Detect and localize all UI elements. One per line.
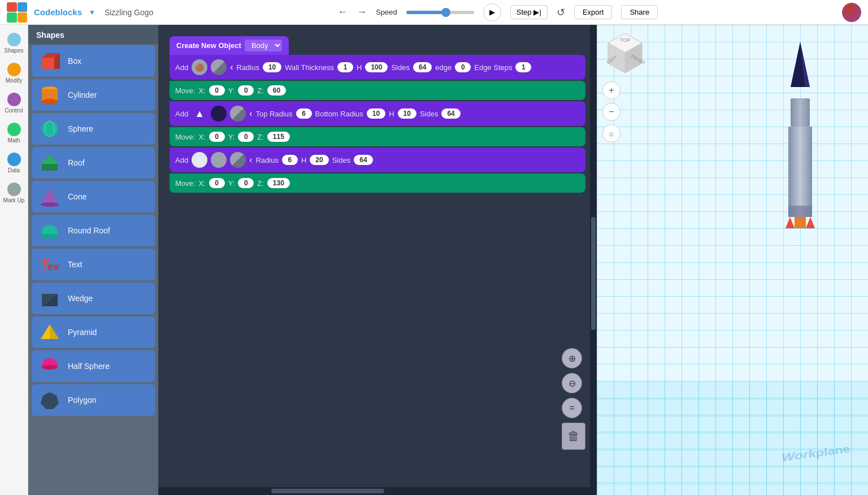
z-val-1[interactable]: 60 — [267, 85, 286, 95]
sides-val-2[interactable]: 64 — [441, 108, 460, 119]
shape-item-half-sphere[interactable]: Half Sphere — [32, 350, 155, 382]
shape-item-polygon[interactable]: Polygon — [32, 384, 155, 416]
right-scrollbar[interactable] — [590, 25, 597, 495]
reset-button[interactable]: ↺ — [557, 6, 565, 19]
app-name[interactable]: Codeblocks — [34, 7, 82, 17]
view-cube[interactable]: TOP LEFT FRONT — [602, 31, 648, 76]
create-label: Create New Object — [176, 41, 241, 50]
wall-thickness-label: Wall Thickness — [285, 63, 334, 72]
zoom-in-viewport-button[interactable]: + — [602, 81, 620, 99]
sidebar-item-control[interactable]: Control — [1, 89, 27, 117]
nav-back-button[interactable]: ← — [337, 6, 348, 18]
shape-item-box[interactable]: Box — [32, 45, 155, 77]
shape-item-sphere[interactable]: Sphere — [32, 113, 155, 145]
step-button[interactable]: Step ▶| — [510, 5, 548, 19]
shape-item-round-roof[interactable]: Round Roof — [32, 215, 155, 246]
sidebar-item-modify[interactable]: Modify — [1, 59, 27, 87]
viewport-3d[interactable]: TOP LEFT FRONT + − ⌂ — [597, 25, 868, 495]
bottom-radius-label: Bottom Radius — [315, 110, 363, 118]
x-val-3[interactable]: 0 — [209, 178, 225, 188]
shapes-panel: Shapes Box Cylinder Sphere Ro — [28, 25, 158, 495]
fit-code-button[interactable]: = — [562, 398, 582, 418]
share-button[interactable]: Share — [621, 5, 658, 19]
edge-steps-val[interactable]: 1 — [515, 62, 531, 72]
code-panel-controls: ⊕ ⊖ = 🗑 — [562, 348, 585, 450]
add-label-2: Add — [175, 110, 188, 118]
math-label: Math — [7, 137, 20, 144]
shape-item-pyramid[interactable]: Pyramid — [32, 316, 155, 348]
scrollbar-thumb — [591, 217, 596, 330]
bottom-scrollbar[interactable] — [158, 487, 590, 495]
zoom-out-viewport-button[interactable]: − — [602, 103, 620, 121]
collapse-button-3[interactable]: ‹ — [249, 155, 252, 165]
add-label-3: Add — [175, 156, 188, 164]
edge-val[interactable]: 0 — [455, 62, 471, 72]
sidebar-item-markup[interactable]: Mark Up — [1, 179, 27, 207]
shape-item-cylinder[interactable]: Cylinder — [32, 79, 155, 111]
sidebar-item-data[interactable]: Data — [1, 149, 27, 177]
y-val-3[interactable]: 0 — [238, 178, 254, 188]
z-label-3: Z: — [257, 179, 264, 188]
top-radius-val[interactable]: 6 — [296, 108, 312, 119]
svg-text:ext: ext — [47, 261, 60, 272]
shape-label-roof: Roof — [68, 158, 85, 167]
h-val-3[interactable]: 20 — [310, 155, 328, 165]
shape-item-text[interactable]: Text Text — [32, 249, 155, 280]
radius-val-1[interactable]: 10 — [263, 62, 281, 72]
sidebar-item-shapes[interactable]: Shapes — [1, 29, 27, 57]
h-val-2[interactable]: 10 — [398, 108, 416, 119]
zoom-out-code-button[interactable]: ⊖ — [562, 373, 582, 393]
data-label: Data — [8, 167, 20, 173]
radius-val-3[interactable]: 6 — [282, 155, 298, 165]
h-label-2: H — [389, 110, 394, 118]
bottom-radius-val[interactable]: 10 — [367, 108, 385, 119]
svg-point-19 — [42, 365, 58, 370]
y-val-2[interactable]: 0 — [238, 132, 254, 142]
sides-val-1[interactable]: 64 — [413, 62, 432, 72]
app-name-dropdown-icon[interactable]: ▼ — [89, 8, 96, 16]
home-viewport-button[interactable]: ⌂ — [602, 124, 620, 142]
h-label-3: H — [301, 156, 306, 164]
svg-marker-18 — [50, 324, 59, 339]
zoom-in-code-button[interactable]: ⊕ — [562, 348, 582, 368]
x-val-2[interactable]: 0 — [209, 132, 225, 142]
radius-label-3: Radius — [255, 156, 278, 164]
shape-item-wedge[interactable]: Wedge — [32, 283, 155, 314]
shape-item-cone[interactable]: Cone — [32, 181, 155, 212]
speed-slider[interactable] — [406, 11, 474, 14]
z-val-3[interactable]: 130 — [267, 178, 290, 188]
svg-rect-31 — [597, 382, 868, 495]
shapes-icon — [7, 33, 21, 46]
logo-tl — [7, 2, 17, 12]
collapse-button-1[interactable]: ‹ — [230, 62, 233, 72]
h-val-1[interactable]: 100 — [365, 62, 388, 72]
half-icon-3 — [230, 152, 246, 168]
wall-thickness-val[interactable]: 1 — [337, 62, 353, 72]
export-button[interactable]: Export — [574, 5, 613, 19]
shapes-label: Shapes — [5, 47, 24, 54]
shape-item-roof[interactable]: Roof — [32, 147, 155, 179]
modify-icon — [7, 63, 21, 76]
body-dropdown[interactable]: Body — [245, 40, 282, 51]
sides-label-3: Sides — [332, 156, 351, 164]
box-shape-icon — [38, 50, 61, 72]
shape-label-wedge: Wedge — [68, 294, 93, 303]
sphere-icon-3 — [211, 152, 227, 168]
z-val-2[interactable]: 115 — [267, 132, 290, 142]
play-button[interactable]: ▶ — [483, 3, 501, 21]
collapse-button-2[interactable]: ‹ — [249, 108, 252, 119]
x-val-1[interactable]: 0 — [209, 85, 225, 95]
rocket-3d-shape — [766, 42, 834, 234]
cone-white-icon: △ — [192, 152, 207, 168]
fin-left — [785, 217, 795, 228]
nav-forward-button[interactable]: → — [357, 6, 367, 18]
add-label-1: Add — [175, 63, 188, 72]
sides-val-3[interactable]: 64 — [354, 155, 372, 165]
shape-label-sphere: Sphere — [68, 124, 93, 133]
user-avatar[interactable] — [842, 3, 861, 22]
svg-marker-10 — [41, 189, 59, 205]
y-val-1[interactable]: 0 — [238, 85, 254, 95]
data-icon — [7, 153, 21, 166]
sidebar-item-math[interactable]: Math — [1, 119, 27, 147]
trash-button[interactable]: 🗑 — [562, 423, 585, 450]
